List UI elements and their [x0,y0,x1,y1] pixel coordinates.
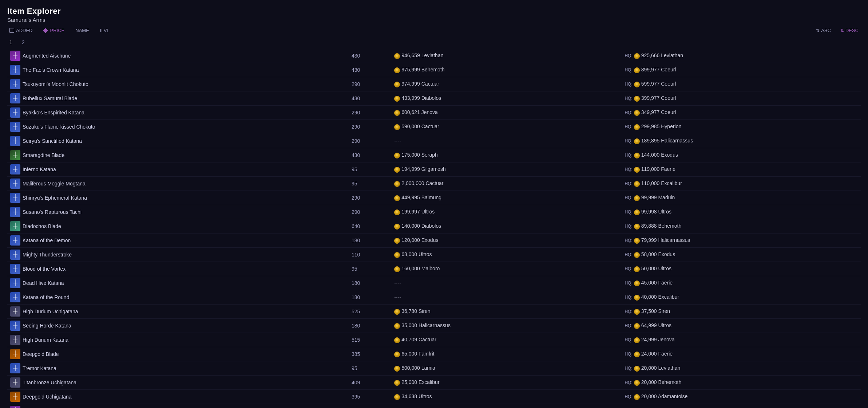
app-container: Item Explorer Samurai's Arms ADDED PRICE… [0,0,868,408]
coin-icon [394,337,400,343]
item-price: 975,999 Behemoth [391,63,622,77]
item-ilvl: 180 [349,276,391,290]
price-button[interactable]: PRICE [41,27,67,34]
table-row[interactable]: Tsukuyomi's Moonlit Chokuto290974,999 Ca… [7,77,861,91]
coin-icon [394,252,400,258]
coin-icon [634,124,640,130]
item-price: 500,000 Lamia [391,361,622,376]
coin-icon [394,266,400,272]
hq-label: HQ: [625,352,632,357]
table-row[interactable]: Seiryu's Sanctified Katana290----HQ:189,… [7,134,861,148]
hq-label: HQ: [625,82,632,87]
table-row[interactable]: High Durium Katana51540,709 CactuarHQ:24… [7,333,861,347]
table-row[interactable]: High Durium Uchigatana52536,780 SirenHQ:… [7,305,861,319]
hq-label: HQ: [625,266,632,271]
ilvl-label: ILVL [100,28,110,33]
table-row[interactable]: Katana of the Demon180120,000 ExodusHQ:7… [7,234,861,248]
page-2[interactable]: 2 [20,39,27,46]
table-row[interactable]: Maliferous Moggle Mogtana952,000,000 Cac… [7,177,861,191]
item-price: 160,000 Malboro [391,262,622,276]
table-row[interactable]: Shinryu's Ephemeral Katana290449,995 Bal… [7,191,861,205]
hq-label: HQ: [625,153,632,158]
name-label: NAME [75,28,89,33]
name-button[interactable]: NAME [73,27,91,34]
item-ilvl: 95 [349,162,391,177]
table-row[interactable]: Titanbronze Uchigatana40925,000 Excalibu… [7,376,861,390]
item-hq-price: HQ:925,666 Leviathan [622,49,861,63]
item-ilvl: 385 [349,347,391,361]
hq-label: HQ: [625,224,632,229]
item-hq-price: HQ:189,895 Halicarnassus [622,134,861,148]
table-row[interactable]: Diadochos Blade640140,000 DiabolosHQ:89,… [7,219,861,234]
item-price: 974,999 Cactuar [391,77,622,91]
sort-controls: ⇅ ASC ⇅ DESC [814,27,861,34]
table-row[interactable]: The Fae's Crown Katana430975,999 Behemot… [7,63,861,77]
hq-label: HQ: [625,96,632,101]
table-row[interactable]: Rubellux Samurai Blade430433,999 Diabolo… [7,91,861,106]
item-name: Maliferous Moggle Mogtana [23,181,86,187]
added-button[interactable]: ADDED [7,27,35,34]
coin-icon [634,352,640,357]
item-price: 590,000 Cactuar [391,120,622,134]
item-name: High Durium Uchigatana [23,309,78,314]
price-diamond-icon [43,28,48,33]
table-row[interactable]: Byakko's Enspirited Katana290600,621 Jen… [7,106,861,120]
coin-icon [394,366,400,372]
item-hq-price: HQ:299,985 Hyperion [622,120,861,134]
sort-asc-icon: ⇅ [816,28,820,33]
table-row[interactable]: Seeing Horde Katana18035,000 Halicarnass… [7,319,861,333]
hq-label: HQ: [625,394,632,399]
table-row[interactable]: Inferno Katana95194,999 GilgameshHQ:119,… [7,162,861,177]
item-hq-price: HQ:20,000 Leviathan [622,361,861,376]
table-row[interactable]: Deepgold Blade38565,000 FamfritHQ:24,000… [7,347,861,361]
table-row[interactable]: Suzaku's Flame-kissed Chokuto290590,000 … [7,120,861,134]
item-icon [10,235,20,246]
item-icon [10,292,20,302]
hq-label: HQ: [625,337,632,342]
item-hq-price: HQ:58,000 Exodus [622,248,861,262]
coin-icon [634,252,640,258]
coin-icon [634,53,640,59]
item-hq-price: HQ:40,000 Excalibur [622,290,861,305]
hq-label: HQ: [625,295,632,300]
hq-label: HQ: [625,209,632,215]
table-row[interactable]: Dead Hive Katana180----HQ:45,000 Faerie [7,276,861,290]
hq-label: HQ: [625,124,632,129]
item-ilvl: 409 [349,376,391,390]
hq-label: HQ: [625,67,632,72]
table-row[interactable]: Katana of the Round180----HQ:40,000 Exca… [7,290,861,305]
item-name: Katana of the Demon [23,238,71,243]
table-row[interactable]: Tremor Katana95500,000 LamiaHQ:20,000 Le… [7,361,861,376]
item-name: Smaragdine Blade [23,152,64,158]
item-icon [10,363,20,373]
item-name: Titanbronze Uchigatana [23,380,76,385]
item-hq-price: HQ:20,000 Exodus [622,404,861,408]
item-price: 120,000 Exodus [391,234,622,248]
item-icon [10,306,20,317]
coin-icon [634,181,640,187]
item-ilvl: 430 [349,49,391,63]
table-row[interactable]: Susano's Rapturous Tachi290199,997 Ultro… [7,205,861,219]
item-ilvl: 290 [349,205,391,219]
item-price: 175,000 Seraph [391,148,622,162]
item-name: Diadochos Blade [23,223,61,229]
app-subtitle: Samurai's Arms [7,17,861,23]
item-ilvl: 290 [349,106,391,120]
item-icon [10,335,20,345]
sort-asc-button[interactable]: ⇅ ASC [814,27,833,34]
table-row[interactable]: Mighty Thunderstroke11068,000 UltrosHQ:5… [7,248,861,262]
coin-icon [634,224,640,230]
item-name: Rubellux Samurai Blade [23,95,77,101]
item-icon [10,51,20,61]
item-price: 600,621 Jenova [391,106,622,120]
item-hq-price: HQ:399,977 Coeurl [622,91,861,106]
sort-desc-label: DESC [845,28,859,33]
table-row[interactable]: Shadowbite Moonlit Samurai Blade54519,50… [7,404,861,408]
table-row[interactable]: Deepgold Uchigatana39534,638 UltrosHQ:20… [7,390,861,404]
table-row[interactable]: Blood of the Vortex95160,000 MalboroHQ:5… [7,262,861,276]
ilvl-button[interactable]: ILVL [98,27,112,34]
table-row[interactable]: Smaragdine Blade430175,000 SeraphHQ:144,… [7,148,861,162]
sort-desc-button[interactable]: ⇅ DESC [838,27,861,34]
table-row[interactable]: Augmented Aischune430946,659 LeviathanHQ… [7,49,861,63]
page-1[interactable]: 1 [7,39,15,46]
